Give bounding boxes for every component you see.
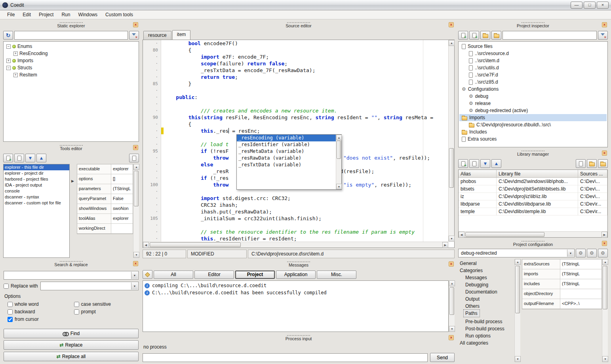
code-line[interactable]: · public: — [143, 94, 448, 101]
configuration-property-row[interactable]: includes(TStringL — [522, 279, 601, 289]
project-tree-item[interactable]: ..\src\resource.d — [459, 50, 607, 57]
edit-library-button[interactable] — [576, 159, 586, 168]
configuration-category[interactable]: Documentation — [464, 288, 514, 295]
search-option-from-cursor[interactable]: from cursor — [8, 316, 72, 322]
property-value[interactable]: explorer — [111, 214, 133, 223]
code-line[interactable]: · this._resIdentifier = resIdent; — [143, 235, 448, 242]
project-tree-item[interactable]: ..\src\utils.d — [459, 64, 607, 71]
close-panel-icon[interactable]: × — [602, 241, 607, 246]
editor-hscrollbar[interactable]: ◀ ▶ — [143, 242, 448, 248]
remove-library-button[interactable] — [469, 159, 479, 168]
move-tool-up-button[interactable]: ▲ — [36, 154, 46, 162]
messages-scrollbar[interactable]: ▲ ▼ — [449, 280, 455, 332]
completion-item[interactable]: _resMetaData (variable) — [237, 148, 336, 155]
tool-property-row[interactable]: executableexplorer — [77, 164, 133, 174]
tool-list-item[interactable]: harbored - project files — [4, 176, 69, 182]
filter-project-button[interactable]: Project — [235, 271, 275, 279]
scroll-up-icon[interactable]: ▲ — [449, 280, 455, 286]
code-line[interactable]: · /// creates and encodes a new resource… — [143, 107, 448, 114]
property-value[interactable]: <CPP>..\ — [560, 299, 601, 309]
menu-run[interactable]: Run — [57, 11, 74, 19]
tool-property-row[interactable]: queryParametFalse — [77, 194, 133, 204]
completion-scrollbar[interactable]: ▲ ▼ — [336, 135, 341, 189]
replace-all-button[interactable]: ⇄ Replace all — [4, 352, 139, 361]
code-line[interactable]: · { — [143, 121, 448, 128]
search-option-case-sensitive[interactable]: case sensitive — [74, 301, 139, 307]
expander-icon[interactable]: + — [13, 51, 18, 56]
chevron-down-icon[interactable]: ▼ — [567, 250, 574, 257]
code-line[interactable]: · import std.digest.crc: CRC32; — [143, 195, 448, 202]
project-tree-item[interactable]: ..\src\e7F.d — [459, 71, 607, 78]
property-value[interactable]: explorer — [111, 164, 133, 174]
close-panel-icon[interactable]: × — [602, 22, 607, 27]
configuration-selector[interactable]: debug-redirected ▼ — [458, 249, 575, 257]
column-alias[interactable]: Alias — [459, 170, 497, 178]
configuration-category[interactable]: Post-build process — [464, 325, 514, 332]
property-value[interactable]: (TStringL — [560, 279, 601, 289]
open-folder-button[interactable] — [491, 31, 501, 40]
message-item[interactable]: icompiling C:\...\build\resource.d.coedi… — [145, 282, 447, 289]
project-tree-item[interactable]: ⚙debug — [459, 93, 607, 100]
close-panel-icon[interactable]: × — [449, 22, 454, 27]
tab-item[interactable]: item — [172, 30, 191, 40]
tree-item[interactable]: +ResEncoding — [4, 50, 138, 57]
select-sources-folder-button[interactable] — [598, 159, 608, 168]
code-line[interactable]: · _resTxtData = encode_7F(_resRawData); — [143, 67, 448, 74]
find-button[interactable]: Find — [4, 329, 139, 338]
maximize-button[interactable]: □ — [584, 2, 596, 9]
tool-list-item[interactable]: IDA - project output — [4, 182, 69, 188]
completion-item[interactable]: _resRawData (variable) — [237, 155, 336, 162]
configuration-category[interactable]: Messages — [464, 274, 514, 281]
apply-tool-button[interactable] — [129, 154, 139, 162]
minimize-button[interactable]: — — [571, 2, 582, 9]
category-tree-scrollbar[interactable]: ▲ ▼ — [514, 259, 520, 362]
checkbox[interactable] — [8, 317, 13, 322]
configuration-property-row[interactable]: imports(TStringL — [522, 269, 601, 279]
code-editor[interactable]: · bool encodee7F()80 {· import e7F: enco… — [143, 40, 455, 248]
remove-configuration-button[interactable]: ⚙ — [587, 249, 597, 257]
property-value[interactable]: (TStringL — [560, 259, 601, 269]
expander-icon[interactable]: + — [6, 59, 11, 63]
filter-editor-button[interactable]: Editor — [194, 271, 234, 279]
chevron-down-icon[interactable]: ▼ — [131, 272, 138, 279]
scroll-down-icon[interactable]: ▼ — [449, 236, 455, 242]
expander-icon[interactable]: − — [6, 66, 11, 70]
property-value[interactable]: (TStringL — [111, 184, 133, 194]
library-hscrollbar[interactable]: ◀ ▶ — [459, 231, 607, 237]
property-value[interactable] — [560, 289, 601, 299]
replace-with-checkbox[interactable]: Replace with — [4, 283, 38, 289]
code-line[interactable]: 90 this(string resFile, ResEncoding resE… — [143, 114, 448, 121]
add-configuration-button[interactable]: ⚙ — [576, 249, 586, 257]
close-panel-icon[interactable]: × — [133, 261, 138, 266]
configuration-category[interactable]: Paths — [464, 310, 480, 317]
tree-item[interactable]: −Enums — [4, 43, 138, 50]
project-tree-item[interactable]: ⚙Configurations — [459, 86, 607, 93]
tool-property-row[interactable]: options[] — [77, 174, 133, 184]
scroll-right-icon[interactable]: ▶ — [442, 242, 448, 248]
library-row[interactable]: libdparseC:\Dev\dlibs\libdparse.libC:\De… — [459, 200, 607, 208]
project-tree-item[interactable]: C:\Dev\dproj\resource.d\build\..\src\ — [459, 121, 607, 128]
project-tree-item[interactable]: ..\src\z85.d — [459, 78, 607, 86]
scroll-down-icon[interactable]: ▼ — [133, 252, 139, 258]
filter-all-button[interactable]: All — [154, 271, 193, 279]
menu-windows[interactable]: Windows — [74, 11, 101, 19]
scroll-left-icon[interactable]: ◀ — [459, 232, 464, 238]
message-item[interactable]: iC:\...\build\resource.d.coedit has been… — [145, 289, 447, 296]
send-button[interactable]: Send — [430, 353, 455, 362]
tab-resource[interactable]: resource — [143, 31, 171, 40]
close-panel-icon[interactable]: × — [133, 22, 138, 27]
code-line[interactable]: · — [143, 87, 448, 94]
scroll-up-icon[interactable]: ▲ — [336, 135, 342, 140]
symbol-search-input[interactable] — [14, 31, 128, 40]
code-line[interactable]: 85 } — [143, 80, 448, 87]
code-line[interactable]: · // sets the resource identifier to the… — [143, 229, 448, 235]
code-line[interactable]: 80 { — [143, 47, 448, 53]
search-option-whole-word[interactable]: whole word — [8, 301, 72, 307]
replace-with-check[interactable] — [4, 284, 9, 289]
checkbox[interactable] — [8, 309, 13, 314]
configuration-category[interactable]: Debugging — [464, 281, 514, 288]
code-line[interactable]: · this._res = resEnc; — [143, 128, 448, 134]
library-row[interactable]: phobosC:\Dev\dmd2\windows\lib\phob...C:\… — [459, 178, 607, 185]
scroll-down-icon[interactable]: ▼ — [515, 356, 521, 362]
project-tree-item[interactable]: ..\src\item.d — [459, 57, 607, 64]
